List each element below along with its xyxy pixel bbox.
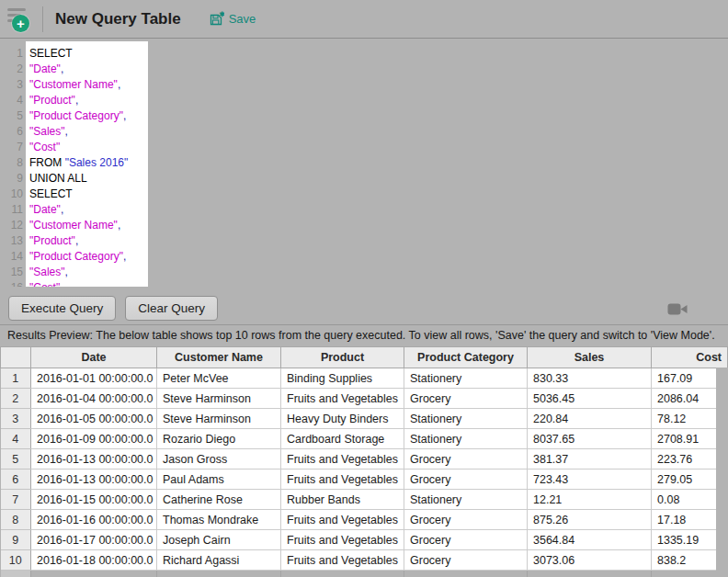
table-cell: 381.37 [528, 449, 652, 470]
row-number-cell: 10 [1, 550, 31, 571]
table-cell: 3564.84 [528, 530, 652, 550]
table-cell [157, 571, 281, 577]
row-number-cell: 4 [1, 429, 31, 449]
code-line[interactable]: SELECT [29, 187, 142, 202]
sql-editor[interactable]: 12345678910111213141516 SELECT"Date","Cu… [0, 41, 728, 287]
table-cell: Paul Adams [157, 470, 281, 490]
code-line[interactable]: SELECT [29, 46, 142, 62]
table-cell: Fruits and Vegetables [281, 389, 404, 409]
table-cell: 875.26 [528, 510, 652, 530]
table-cell: 2016-01-09 00:00:00.0 [31, 429, 157, 449]
table-cell: Grocery [404, 470, 528, 490]
save-button[interactable]: ✱ Save [209, 11, 256, 27]
code-line[interactable]: "Date", [29, 62, 142, 77]
row-number-cell: 6 [1, 470, 31, 490]
table-cell: 12.21 [528, 490, 652, 510]
line-number: 10 [0, 187, 23, 202]
line-number: 11 [0, 202, 23, 218]
clear-query-button[interactable]: Clear Query [125, 296, 218, 321]
table-cell: Peter McVee [157, 368, 281, 389]
line-number: 16 [0, 280, 23, 287]
code-line[interactable]: "Product", [29, 233, 142, 249]
table-cell: Fruits and Vegetables [281, 449, 404, 470]
save-disk-icon: ✱ [209, 11, 224, 27]
code-line[interactable]: "Customer Name", [29, 77, 142, 93]
table-cell: Cardboard Storage [281, 429, 404, 449]
column-header: Date [31, 347, 157, 368]
table-cell: Grocery [404, 449, 528, 470]
table-cell: 220.84 [528, 409, 652, 429]
table-cell: Richard Agassi [157, 550, 281, 571]
table-cell: 2016-01-01 00:00:00.0 [31, 368, 157, 389]
line-number: 1 [0, 46, 23, 62]
topbar: + New Query Table ✱ Save [0, 0, 728, 39]
table-cell: 2016-01-13 00:00:00.0 [31, 449, 157, 470]
results-preview-note: Results Preview: The below table shows t… [0, 325, 728, 346]
sql-code-area[interactable]: SELECT"Date","Customer Name","Product","… [26, 41, 148, 287]
line-number: 13 [0, 233, 23, 249]
table-row: 102016-01-18 00:00:00.0Richard AgassiFru… [1, 550, 728, 571]
table-cell: Stationery [404, 409, 528, 429]
table-cell: Rubber Bands [281, 490, 404, 510]
svg-text:✱: ✱ [219, 11, 224, 18]
column-header: Customer Name [157, 347, 281, 368]
table-scrollbar-track[interactable] [716, 368, 728, 577]
table-cell: Grocery [404, 530, 528, 550]
table-cell: Steve Harminson [157, 389, 281, 409]
list-bar-icon [7, 8, 26, 11]
code-line[interactable]: "Customer Name", [29, 218, 142, 233]
query-actions: Execute Query Clear Query [8, 296, 728, 321]
line-number: 15 [0, 265, 23, 280]
line-number: 3 [0, 77, 23, 93]
code-line[interactable]: "Date", [29, 202, 142, 218]
table-cell: Grocery [404, 550, 528, 571]
row-number-cell: 2 [1, 389, 31, 409]
table-header-row: DateCustomer NameProductProduct Category… [1, 347, 728, 368]
table-cell: 3073.06 [528, 550, 652, 571]
code-line[interactable]: UNION ALL [29, 171, 142, 187]
code-line[interactable]: "Product", [29, 93, 142, 108]
row-number-cell: 1 [1, 368, 31, 389]
code-line[interactable]: "Cost" [29, 280, 142, 287]
table-cell: 2016-01-17 00:00:00.0 [31, 530, 157, 550]
table-cell: Jason Gross [157, 449, 281, 470]
code-line[interactable]: FROM "Sales 2016" [29, 155, 142, 171]
table-cell: Grocery [404, 389, 528, 409]
table-row: 32016-01-05 00:00:00.0Steve HarminsonHea… [1, 409, 728, 429]
table-row: 62016-01-13 00:00:00.0Paul AdamsFruits a… [1, 470, 728, 490]
line-number: 2 [0, 62, 23, 77]
code-line[interactable]: "Sales", [29, 124, 142, 140]
table-cell: Heavy Duty Binders [281, 409, 404, 429]
code-line[interactable]: "Cost" [29, 140, 142, 155]
divider [42, 6, 43, 32]
table-cell: 8037.65 [528, 429, 652, 449]
table-cell: Thomas Mondrake [157, 510, 281, 530]
row-number-cell [1, 571, 31, 577]
table-row: 52016-01-13 00:00:00.0Jason GrossFruits … [1, 449, 728, 470]
table-cell [31, 571, 157, 577]
table-cell: Stationery [404, 429, 528, 449]
new-query-table-icon[interactable]: + [6, 4, 35, 35]
table-cell: Fruits and Vegetables [281, 550, 404, 571]
table-cutoff-band [1, 571, 728, 577]
code-line[interactable]: "Product Category", [29, 249, 142, 265]
column-header: Cost [652, 347, 728, 368]
table-row: 22016-01-04 00:00:00.0Steve HarminsonFru… [1, 389, 728, 409]
execute-query-button[interactable]: Execute Query [8, 296, 116, 321]
row-number-cell: 8 [1, 510, 31, 530]
column-header: Sales [528, 347, 652, 368]
code-line[interactable]: "Product Category", [29, 108, 142, 124]
line-number: 7 [0, 140, 23, 155]
line-number-gutter: 12345678910111213141516 [0, 41, 26, 287]
video-camera-icon[interactable] [667, 302, 688, 316]
row-number-header [1, 347, 31, 368]
table-cell: Fruits and Vegetables [281, 510, 404, 530]
table-body: 12016-01-01 00:00:00.0Peter McVeeBinding… [1, 368, 728, 577]
table-cell: 2016-01-13 00:00:00.0 [31, 470, 157, 490]
query-table-app: + New Query Table ✱ Save 123456789101112… [0, 0, 728, 577]
table-row: 82016-01-16 00:00:00.0Thomas MondrakeFru… [1, 510, 728, 530]
table-cell: Grocery [404, 510, 528, 530]
code-line[interactable]: "Sales", [29, 265, 142, 280]
row-number-cell: 3 [1, 409, 31, 429]
results-panel: Results Preview: The below table shows t… [0, 324, 728, 577]
